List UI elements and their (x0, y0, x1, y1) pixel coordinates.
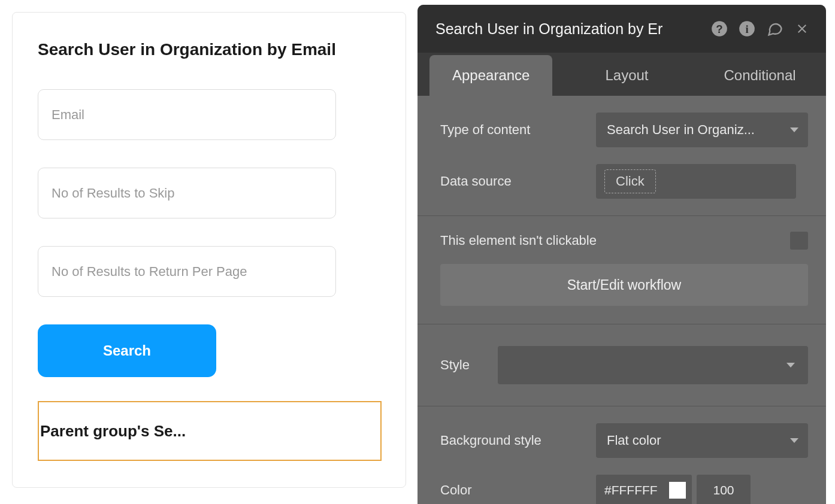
help-icon[interactable]: ? (711, 20, 728, 37)
data-source-click-chip[interactable]: Click (604, 169, 656, 193)
content-section: Type of content Search User in Organiz..… (418, 96, 826, 216)
chevron-down-icon (786, 363, 795, 368)
type-of-content-label: Type of content (440, 122, 596, 138)
chevron-down-icon (790, 127, 798, 132)
info-icon[interactable]: i (739, 20, 755, 37)
selected-element-outline[interactable]: Parent group's Se... (38, 401, 382, 461)
chevron-down-icon (790, 438, 798, 443)
type-of-content-dropdown[interactable]: Search User in Organiz... (596, 113, 808, 147)
not-clickable-label: This element isn't clickable (440, 233, 597, 248)
tab-appearance[interactable]: Appearance (429, 55, 552, 96)
background-style-dropdown[interactable]: Flat color (596, 423, 808, 458)
clickable-checkbox[interactable] (790, 232, 808, 250)
property-body: Type of content Search User in Organiz..… (418, 96, 826, 504)
comment-icon[interactable] (766, 20, 784, 37)
canvas-title: Search User in Organization by Email (38, 40, 380, 59)
property-editor-panel: Search User in Organization by Er ? i Ap… (418, 5, 826, 504)
background-section: Background style Flat color Color #FFFFF… (418, 406, 826, 504)
per-page-field[interactable] (38, 246, 336, 297)
skip-results-field[interactable] (38, 168, 336, 218)
data-source-field[interactable]: Click (596, 164, 796, 199)
header-icon-group: ? i (711, 20, 809, 37)
svg-text:i: i (745, 23, 748, 35)
close-icon[interactable] (795, 22, 809, 36)
selected-element-text: Parent group's Se... (39, 422, 186, 441)
style-dropdown[interactable] (498, 346, 808, 384)
color-alpha-input[interactable]: 100 (697, 475, 751, 504)
property-tabs: Appearance Layout Conditional (418, 53, 826, 96)
search-button[interactable]: Search (38, 324, 216, 377)
property-editor-title: Search User in Organization by Er (435, 20, 711, 38)
email-field[interactable] (38, 89, 336, 140)
style-label: Style (440, 357, 498, 373)
property-editor-header: Search User in Organization by Er ? i (418, 5, 826, 53)
start-edit-workflow-button[interactable]: Start/Edit workflow (440, 264, 808, 306)
svg-text:?: ? (716, 23, 722, 35)
clickable-section: This element isn't clickable Start/Edit … (418, 216, 826, 324)
color-hex-value: #FFFFFF (604, 483, 658, 497)
color-label: Color (440, 482, 596, 498)
tab-layout[interactable]: Layout (582, 55, 671, 96)
type-of-content-value: Search User in Organiz... (607, 122, 773, 138)
background-style-label: Background style (440, 433, 596, 448)
tab-conditional[interactable]: Conditional (701, 55, 819, 96)
background-style-value: Flat color (607, 433, 679, 448)
canvas-preview-panel: Search User in Organization by Email Sea… (12, 12, 406, 488)
data-source-label: Data source (440, 174, 596, 189)
color-swatch[interactable] (669, 482, 686, 499)
style-section: Style (418, 324, 826, 406)
color-hex-input[interactable]: #FFFFFF (596, 475, 692, 504)
